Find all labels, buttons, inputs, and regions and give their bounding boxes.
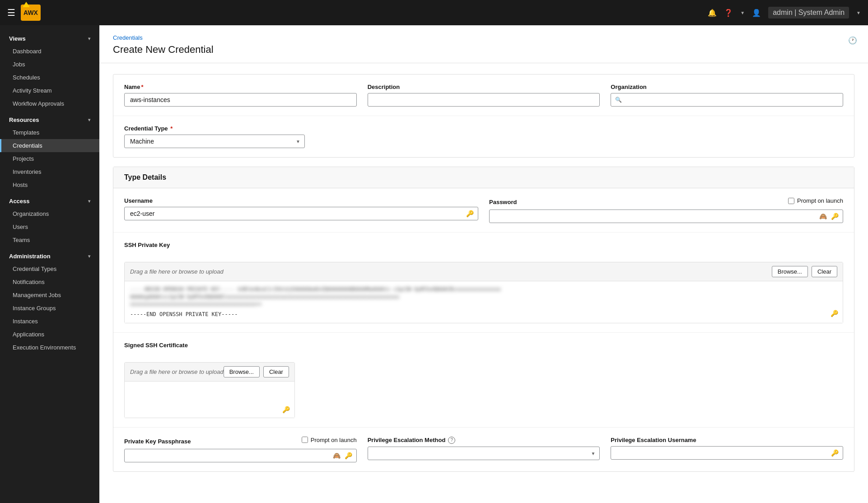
privilege-method-help-icon[interactable]: ? (448, 437, 455, 444)
password-prompt-checkbox[interactable] (788, 198, 794, 204)
passphrase-input[interactable] (124, 449, 357, 462)
sidebar-section-views[interactable]: Views ▾ (0, 31, 99, 45)
privilege-method-label-row: Privilege Escalation Method ? (368, 437, 600, 444)
history-icon[interactable]: 🕐 (848, 36, 857, 45)
access-chevron-icon: ▾ (88, 199, 90, 204)
credential-type-label: Credential Type * (124, 125, 305, 132)
sidebar-item-users[interactable]: Users (0, 220, 99, 233)
ssh-key-blurred-line3: xxxxxxxxxxxxxxxxxxxxxxxxxxxxxxxxxxxxxxxx… (130, 301, 837, 308)
sidebar-item-management-jobs[interactable]: Management Jobs (0, 289, 99, 302)
user-avatar-icon[interactable]: 👤 (752, 9, 761, 17)
sidebar-item-dashboard[interactable]: Dashboard (0, 45, 99, 58)
password-prompt-label[interactable]: Prompt on launch (788, 197, 843, 204)
sidebar-item-teams[interactable]: Teams (0, 233, 99, 247)
user-info-button[interactable]: admin | System Admin (768, 7, 849, 19)
sidebar-item-schedules[interactable]: Schedules (0, 71, 99, 84)
sidebar-item-instances[interactable]: Instances (0, 315, 99, 328)
views-chevron-icon: ▾ (88, 36, 90, 41)
passphrase-key-icon[interactable]: 🔑 (345, 452, 352, 459)
sidebar-item-notifications[interactable]: Notifications (0, 275, 99, 289)
user-chevron-icon[interactable]: ▼ (856, 10, 861, 15)
sidebar-item-applications[interactable]: Applications (0, 328, 99, 341)
signed-cert-browse-button[interactable]: Browse... (224, 366, 260, 377)
username-password-row: Username 🔑 Password Prompt on launch (113, 188, 854, 232)
passphrase-input-wrapper: 🙈 🔑 (124, 449, 357, 462)
sidebar-item-jobs[interactable]: Jobs (0, 58, 99, 71)
passphrase-privilege-row: Private Key Passphrase Prompt on launch … (113, 427, 854, 471)
resources-chevron-icon: ▾ (88, 117, 90, 122)
help-icon[interactable]: ❓ (724, 9, 733, 17)
ssh-key-placeholder: Drag a file here or browse to upload (130, 268, 224, 275)
signed-cert-clear-button[interactable]: Clear (263, 366, 289, 377)
signed-cert-row: Signed SSH Certificate Drag a file here … (113, 332, 854, 427)
breadcrumb[interactable]: Credentials (113, 34, 854, 41)
privilege-username-key-icon[interactable]: 🔑 (831, 449, 839, 456)
ssh-key-upload-top: Drag a file here or browse to upload Bro… (125, 262, 843, 281)
app-body: Views ▾ Dashboard Jobs Schedules Activit… (0, 25, 868, 503)
sidebar-item-instance-groups[interactable]: Instance Groups (0, 302, 99, 315)
sidebar-item-workflow-approvals[interactable]: Workflow Approvals (0, 97, 99, 110)
privilege-username-input-wrapper: 🔑 (611, 446, 843, 460)
ssh-key-clear-button[interactable]: Clear (812, 266, 837, 277)
sidebar-item-projects[interactable]: Projects (0, 152, 99, 165)
organization-search-input[interactable] (611, 93, 843, 107)
sidebar-item-organizations[interactable]: Organizations (0, 207, 99, 220)
signed-cert-key-icon[interactable]: 🔑 (282, 406, 290, 413)
credential-type-group: Credential Type * Machine Amazon Web Ser… (124, 125, 305, 148)
signed-cert-content: 🔑 (125, 382, 294, 418)
sidebar-item-credentials[interactable]: Credentials (0, 139, 99, 152)
sidebar: Views ▾ Dashboard Jobs Schedules Activit… (0, 25, 99, 503)
username-key-icon[interactable]: 🔑 (466, 210, 474, 217)
description-input[interactable] (368, 93, 600, 107)
sidebar-item-inventories[interactable]: Inventories (0, 165, 99, 178)
username-group: Username 🔑 (124, 197, 478, 220)
password-input[interactable] (489, 210, 843, 223)
password-key-icon[interactable]: 🔑 (831, 213, 839, 220)
privilege-username-label: Privilege Escalation Username (611, 437, 843, 443)
signed-cert-actions: Browse... Clear (224, 366, 289, 377)
signed-cert-area: Drag a file here or browse to upload Bro… (124, 362, 295, 418)
username-input[interactable] (124, 207, 478, 220)
sidebar-item-execution-environments[interactable]: Execution Environments (0, 341, 99, 354)
sidebar-item-hosts[interactable]: Hosts (0, 178, 99, 191)
name-label: Name* (124, 84, 357, 90)
sidebar-section-resources[interactable]: Resources ▾ (0, 112, 99, 126)
description-label: Description (368, 84, 600, 90)
page-title: Create New Credential (113, 44, 854, 56)
sidebar-section-administration[interactable]: Administration ▾ (0, 248, 99, 262)
sidebar-section-access[interactable]: Access ▾ (0, 193, 99, 207)
chevron-help-icon[interactable]: ▼ (740, 10, 745, 15)
name-input[interactable] (124, 93, 357, 107)
password-input-wrapper: 🙈 🔑 (489, 210, 843, 223)
username-input-wrapper: 🔑 (124, 207, 478, 220)
ssh-key-blurred-line2: AAAAkgAAAAtzc2gtZW QyNTUxOQAAAECxxxxxxxx… (130, 293, 837, 301)
form-container: Name* Description Organization (99, 63, 868, 503)
hamburger-menu-icon[interactable]: ☰ (7, 7, 15, 18)
main-content: Credentials Create New Credential 🕐 Name… (99, 25, 868, 503)
privilege-username-input[interactable] (611, 446, 843, 460)
sidebar-item-credential-types[interactable]: Credential Types (0, 262, 99, 275)
signed-cert-label: Signed SSH Certificate (124, 342, 188, 349)
passphrase-prompt-label[interactable]: Prompt on launch (302, 437, 357, 443)
name-group: Name* (124, 84, 357, 107)
passphrase-eye-icon[interactable]: 🙈 (333, 452, 341, 459)
organization-group: Organization (611, 84, 843, 107)
passphrase-prompt-checkbox[interactable] (302, 437, 308, 443)
ssh-key-bottom-key-icon[interactable]: 🔑 (831, 309, 838, 318)
top-nav-actions: 🔔 ❓ ▼ 👤 admin | System Admin ▼ (708, 7, 861, 19)
privilege-method-label: Privilege Escalation Method (368, 437, 446, 443)
sidebar-item-templates[interactable]: Templates (0, 126, 99, 139)
administration-chevron-icon: ▾ (88, 254, 90, 259)
sidebar-item-activity-stream[interactable]: Activity Stream (0, 84, 99, 97)
password-eye-icon[interactable]: 🙈 (819, 213, 827, 220)
privilege-escalation-method-group: Privilege Escalation Method ? sudo su pb… (368, 437, 600, 460)
name-desc-org-row: Name* Description Organization (113, 75, 854, 116)
credential-type-select[interactable]: Machine Amazon Web Services GitHub Perso… (124, 135, 305, 148)
privilege-method-select[interactable]: sudo su pbrun pfexec (368, 447, 600, 460)
ssh-key-actions: Browse... Clear (772, 266, 837, 277)
bell-icon[interactable]: 🔔 (708, 9, 717, 17)
ssh-key-content: -----BEGIN OPENSSH PRIVATE KEY----- b3Bl… (125, 281, 843, 323)
privilege-method-select-wrapper: sudo su pbrun pfexec (368, 447, 600, 460)
ssh-private-key-label: SSH Private Key (124, 242, 170, 248)
ssh-key-browse-button[interactable]: Browse... (772, 266, 808, 277)
